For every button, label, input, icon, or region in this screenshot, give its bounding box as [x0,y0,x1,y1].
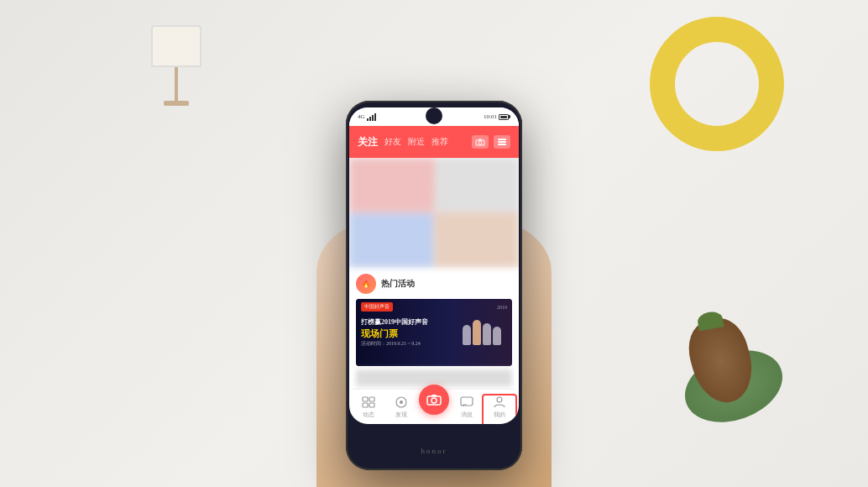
content-area: 🔥 热门活动 中国好声音 2019 [349,158,519,393]
camera-header-icon[interactable] [472,135,489,149]
person-3 [483,323,491,345]
battery-fill [500,116,507,118]
feed-icon [360,395,377,409]
svg-rect-4 [498,144,506,145]
banner-people [457,307,507,358]
blurred-grid [349,158,519,267]
people-silhouette [463,320,501,345]
blurred-cell-3 [349,213,433,267]
bottom-navigation: 动态 发现 [353,389,515,424]
blurred-cell-4 [435,213,519,267]
signal-text: 4G [358,113,365,120]
tab-nearby[interactable]: 附近 [408,136,425,148]
signal-bar-4 [374,113,376,121]
phone-notch [426,107,442,124]
phone-screen: 4G 10:01 [349,107,519,424]
nav-item-feed[interactable]: 动态 [353,392,385,422]
svg-rect-2 [498,139,506,140]
tab-recommend[interactable]: 推荐 [431,136,448,148]
svg-point-1 [478,141,482,144]
battery-tip [509,115,510,118]
time-display: 10:01 [484,113,497,120]
lamp-decoration [151,25,201,118]
phone-brand: honor [421,447,447,455]
phone: 4G 10:01 [346,101,522,470]
status-left: 4G [358,113,376,121]
nav-label-feed: 动态 [363,411,374,419]
discover-icon [393,395,410,409]
signal-bar-3 [372,115,374,121]
activity-banner[interactable]: 中国好声音 2019 打榜赢2019中国好声音 现场门票 活动时间：2019.9… [356,299,512,366]
banner-text-area: 打榜赢2019中国好声音 现场门票 活动时间：2019.9.21 ~ 9.24 [361,317,457,347]
banner-title-top: 打榜赢2019中国好声音 [361,317,457,327]
avatar-icon: 🔥 [362,280,370,288]
lamp-base [175,67,178,101]
message-icon [458,395,475,409]
activity-name: 热门活动 [381,278,415,290]
svg-rect-7 [369,397,374,401]
lamp-foot [164,101,189,106]
svg-rect-3 [498,141,506,143]
app-header: 关注 好友 附近 推荐 [349,126,519,158]
nav-item-message[interactable]: 消息 [450,392,483,422]
signal-bar-1 [367,118,369,121]
bars-header-icon[interactable] [494,135,510,149]
nav-label-discover: 发现 [395,411,407,419]
banner-title-bottom: 现场门票 [361,328,457,339]
battery-body [499,114,509,120]
hand-phone-container: 4G 10:01 [346,101,522,487]
phone-body: 4G 10:01 [346,101,522,470]
svg-rect-5 [363,397,368,401]
status-right: 10:01 [484,113,510,120]
banner-overlay: 打榜赢2019中国好声音 现场门票 活动时间：2019.9.21 ~ 9.24 [356,299,512,366]
person-1 [463,325,471,345]
activity-avatar: 🔥 [356,274,376,294]
person-4 [493,327,501,345]
signal-bars-icon [367,113,376,121]
nav-item-mine[interactable]: 我的 [483,392,515,422]
lamp-shade [151,25,201,67]
camera-circle-icon[interactable] [419,385,449,415]
tab-friends[interactable]: 好友 [384,136,401,148]
blurred-cell-2 [435,158,519,212]
header-icons [472,135,510,149]
person-2 [473,320,481,345]
blurred-cell-1 [349,158,433,212]
svg-point-10 [400,401,403,404]
svg-point-14 [497,397,502,402]
tab-follow[interactable]: 关注 [358,135,378,149]
yellow-ring-decoration [650,17,784,151]
nav-label-message: 消息 [461,411,473,419]
activity-section: 🔥 热门活动 中国好声音 2019 [349,267,519,393]
banner-subtitle: 活动时间：2019.9.21 ~ 9.24 [361,340,457,348]
mine-icon [491,395,508,409]
nav-item-discover[interactable]: 发现 [385,392,418,422]
svg-rect-6 [363,403,368,407]
svg-point-12 [431,398,437,403]
battery-icon [499,114,510,120]
nav-item-camera[interactable] [418,396,451,418]
svg-rect-8 [369,403,374,407]
blurred-top-content [349,158,519,267]
signal-bar-2 [369,117,371,121]
activity-header: 🔥 热门活动 [356,274,512,294]
nav-label-mine: 我的 [494,411,505,419]
header-tabs: 关注 好友 附近 推荐 [358,135,448,149]
